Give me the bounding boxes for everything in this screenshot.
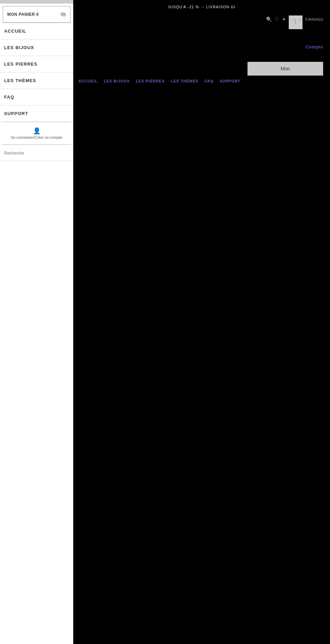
header-cart-count[interactable]: 0 Article(s)	[305, 17, 323, 21]
cart-icon: 🛍	[60, 11, 66, 18]
nav-item-les-pierres[interactable]: LES PIERRES	[136, 79, 165, 83]
nav-item-faq[interactable]: FAQ	[205, 79, 213, 83]
account-link[interactable]: Compte	[306, 45, 323, 49]
search-icon[interactable]: 🔍	[266, 16, 272, 22]
star-icon: ✦	[282, 16, 286, 22]
sidebar-search-container	[0, 145, 73, 161]
sidebar-cart[interactable]: MON PANIER 0 🛍	[3, 6, 70, 23]
sidebar-cart-label: MON PANIER 0	[7, 12, 39, 17]
sidebar: MON PANIER 0 🛍 ACCUEIL LES BIJOUX LES PI…	[0, 0, 73, 644]
sidebar-login-button[interactable]: 👤 Se connecter/Créer un compte	[0, 122, 73, 145]
search-input[interactable]	[4, 151, 69, 156]
promo-text: JUSQU'À -21 % → LIVRAISON GI	[168, 5, 235, 9]
sidebar-item-les-pierres[interactable]: LES PIERRES	[0, 56, 73, 72]
dark-overlay	[73, 86, 330, 644]
sidebar-login-text: Se connecter/Créer un compte	[11, 135, 63, 139]
sidebar-top-bar	[0, 0, 73, 3]
main-content: JUSQU'À -21 % → LIVRAISON GI I 🔍 ♡ ✦ ♡♦ …	[73, 0, 330, 644]
mon-button[interactable]: Mon	[248, 62, 323, 76]
sidebar-item-les-themes[interactable]: LES THÈMES	[0, 72, 73, 89]
user-icon: 👤	[33, 127, 41, 135]
desktop-nav: ACCUEIL LES BIJOUX LES PIERRES LES THÈME…	[73, 76, 330, 86]
wishlist-icon[interactable]: ♡	[275, 16, 279, 22]
promo-bar: JUSQU'À -21 % → LIVRAISON GI	[73, 0, 330, 14]
sidebar-item-faq[interactable]: FAQ	[0, 89, 73, 105]
nav-item-support[interactable]: SUPPORT	[220, 79, 240, 83]
sidebar-item-accueil[interactable]: ACCUEIL	[0, 23, 73, 39]
circle-icon: ⊙	[298, 16, 302, 22]
heart-diamond-icon: ♡♦	[289, 16, 296, 22]
header-icons: 🔍 ♡ ✦ ♡♦ ⊙ 0 Article(s)	[266, 16, 323, 22]
header: I 🔍 ♡ ✦ ♡♦ ⊙ 0 Article(s)	[73, 14, 330, 34]
nav-item-les-themes[interactable]: LES THÈMES	[171, 79, 198, 83]
nav-item-les-bijoux[interactable]: LES BIJOUX	[104, 79, 130, 83]
sidebar-item-support[interactable]: SUPPORT	[0, 105, 73, 122]
sidebar-item-les-bijoux[interactable]: LES BIJOUX	[0, 39, 73, 56]
nav-item-accueil[interactable]: ACCUEIL	[78, 79, 98, 83]
